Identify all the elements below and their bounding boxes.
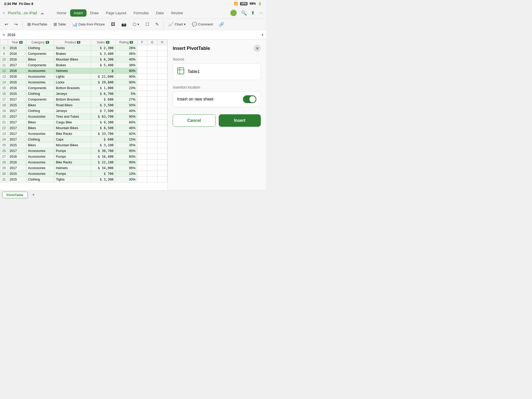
undo-button[interactable]: ↩ [2,21,11,28]
year-cell[interactable]: 2015 [8,177,26,182]
h-cell[interactable] [157,165,167,171]
category-cell[interactable]: Accessories [26,68,54,74]
h-cell[interactable] [157,51,167,57]
f-cell[interactable] [137,57,147,62]
table-row[interactable]: 192017ClothingJerseys$ 7,50040% [0,108,167,114]
category-cell[interactable]: Components [26,62,54,68]
year-cell[interactable]: 2016 [8,79,26,85]
rating-cell[interactable]: 92% [115,131,137,137]
f-cell[interactable] [137,91,147,97]
row-number[interactable]: 23 [0,131,8,137]
row-number[interactable]: 13 [0,74,8,79]
f-cell[interactable] [137,119,147,125]
h-cell[interactable] [157,148,167,154]
rating-cell[interactable]: 40% [115,108,137,114]
category-cell[interactable]: Accessories [26,74,54,79]
comment-button[interactable]: 💬 Comment [189,21,215,28]
sales-cell[interactable]: $ 29,800 [91,79,115,85]
product-cell[interactable]: Mountain Bikes [54,142,91,148]
h-cell[interactable] [157,154,167,159]
product-cell[interactable]: Helmets [54,165,91,171]
year-cell[interactable]: 2017 [8,131,26,137]
textbox-button[interactable]: ☐ [143,21,152,28]
product-cell[interactable]: Tires and Tubes [54,114,91,119]
sales-cell[interactable]: $ 3,300 [91,177,115,182]
f-cell[interactable] [137,51,147,57]
f-cell[interactable] [137,68,147,74]
insert-on-new-sheet-toggle[interactable] [243,95,256,103]
row-number[interactable]: 11 [0,62,8,68]
h-cell[interactable] [157,74,167,79]
h-cell[interactable] [157,57,167,62]
rating-cell[interactable]: 38% [115,62,137,68]
category-cell[interactable]: Clothing [26,91,54,97]
product-cell[interactable]: Brakes [54,62,91,68]
formula-input[interactable] [7,33,260,37]
product-cell[interactable]: Brakes [54,51,91,57]
f-cell[interactable] [137,45,147,51]
product-cell[interactable]: Pumps [54,154,91,159]
h-cell[interactable] [157,114,167,119]
link-button[interactable]: 🔗 [216,21,227,28]
chart-button[interactable]: 📈 Chart ▾ [166,21,188,28]
year-cell[interactable]: 2016 [8,85,26,91]
table-row[interactable]: 82016ClothingSocks$ 2,30028% [0,45,167,51]
rating-cell[interactable]: 28% [115,45,137,51]
sales-cell[interactable]: $ 16,400 [91,154,115,159]
f-cell[interactable] [137,102,147,108]
table-row[interactable]: 112017ComponentsBrakes$ 5,40038% [0,62,167,68]
table-row[interactable]: 172017ComponentsBottom Brackets$ 60027% [0,97,167,102]
images-button[interactable]: 🖼 [108,21,118,28]
col-header-category[interactable]: Category▼ [26,40,54,45]
table-row[interactable]: 252015BikesMountain Bikes$ 3,10035% [0,142,167,148]
product-cell[interactable]: Caps [54,137,91,142]
camera-button[interactable]: 📷 [119,21,129,28]
row-number[interactable]: 21 [0,119,8,125]
category-cell[interactable]: Clothing [26,137,54,142]
row-number[interactable]: 24 [0,137,8,142]
sales-cell[interactable]: $ 9,300 [91,119,115,125]
sales-cell[interactable]: $ 22,100 [91,159,115,165]
year-cell[interactable]: 2017 [8,97,26,102]
sales-cell[interactable]: $ 21,600 [91,74,115,79]
year-cell[interactable]: 2016 [8,154,26,159]
sales-cell[interactable]: $ 2,300 [91,45,115,51]
row-number[interactable]: 27 [0,154,8,159]
sales-cell[interactable]: $ 6,300 [91,57,115,62]
h-cell[interactable] [157,177,167,182]
product-cell[interactable]: Jerseys [54,91,91,97]
insert-button[interactable]: Insert [219,114,261,127]
product-cell[interactable]: Bike Racks [54,131,91,137]
category-cell[interactable]: Components [26,51,54,57]
sales-cell[interactable]: $ 1,000 [91,85,115,91]
h-cell[interactable] [157,159,167,165]
f-cell[interactable] [137,171,147,177]
year-cell[interactable]: 2016 [8,57,26,62]
product-cell[interactable]: Tights [54,177,91,182]
rating-cell[interactable]: 90% [115,159,137,165]
g-cell[interactable] [147,57,157,62]
g-cell[interactable] [147,177,157,182]
category-cell[interactable]: Accessories [26,131,54,137]
sales-cell[interactable]: $ 33,700 [91,131,115,137]
year-cell[interactable]: 2016 [8,51,26,57]
category-cell[interactable]: Components [26,85,54,91]
row-number[interactable]: 26 [0,148,8,154]
rating-cell[interactable]: 95% [115,165,137,171]
h-cell[interactable] [157,62,167,68]
f-cell[interactable] [137,177,147,182]
year-cell[interactable]: 2016 [8,45,26,51]
data-from-picture-button[interactable]: 📊 Data from Picture [70,21,107,28]
g-cell[interactable] [147,137,157,142]
f-cell[interactable] [137,165,147,171]
row-number[interactable]: 20 [0,114,8,119]
sales-cell[interactable]: $ 6,700 [91,91,115,97]
category-cell[interactable]: Accessories [26,159,54,165]
year-cell[interactable]: 2017 [8,108,26,114]
category-cell[interactable]: Bikes [26,102,54,108]
year-cell[interactable]: 2017 [8,119,26,125]
category-cell[interactable]: Accessories [26,79,54,85]
product-cell[interactable]: Pumps [54,148,91,154]
rating-cell[interactable]: 80% [115,154,137,159]
row-number[interactable]: 30 [0,171,8,177]
